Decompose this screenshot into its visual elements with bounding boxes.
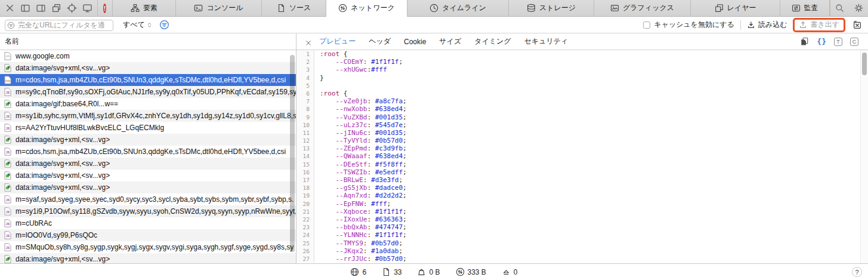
- resource-type-select[interactable]: すべて: [123, 20, 152, 30]
- detach-window-icon[interactable]: [51, 3, 61, 13]
- js-file-icon: JS: [4, 243, 11, 251]
- tab-graphics[interactable]: グラフィックス: [594, 0, 690, 17]
- tab-network[interactable]: ネットワーク: [326, 0, 407, 17]
- tab-audit[interactable]: 監査: [780, 0, 830, 17]
- url-filter-input[interactable]: [5, 20, 113, 31]
- request-name: m=sy1ib,syhc,syrm,VtMfj,sy1df,GRvX4c,znh…: [16, 112, 296, 120]
- detail-tab-タイミング[interactable]: タイミング: [474, 36, 511, 47]
- img-file-icon: [4, 64, 11, 72]
- detail-tab-Cookie[interactable]: Cookie: [404, 38, 426, 46]
- request-row[interactable]: JSrs=AA2YrTtuvHUf8lBLwkBvcELC_LGqECMklg: [0, 122, 296, 134]
- tab-label: ソース: [289, 3, 311, 13]
- request-row[interactable]: JSm=cUbRAc: [0, 217, 296, 229]
- img-file-icon: [4, 183, 11, 192]
- clear-network-items-icon[interactable]: [852, 20, 862, 30]
- css-source-lines: 1:root {2 --COEmY: #1f1f1f;3 --xhUGwc:#f…: [296, 50, 860, 263]
- tab-label: 監査: [804, 3, 818, 13]
- request-row[interactable]: JSm=sy9c,qTnoBf,sy9o,sOXFj,oGtAuc,NJ1rfe…: [0, 86, 296, 98]
- export-har-button[interactable]: 書き出す: [799, 20, 839, 30]
- import-har-button[interactable]: 読み込む: [747, 20, 787, 30]
- url-filter-field: [5, 19, 113, 30]
- status-transfer-icon: 333 B: [456, 267, 486, 276]
- code-line: 24 --YLNNHc: #1f1f1f;: [296, 231, 860, 239]
- request-row[interactable]: JSm=SMquOb,sy8h,sy8g,sygp,sygk,sygj,sygx…: [0, 241, 296, 253]
- detail-tab-サイズ[interactable]: サイズ: [439, 36, 461, 47]
- pretty-print-icon[interactable]: {}: [817, 37, 826, 46]
- annotation-highlight-box: 書き出す: [793, 18, 845, 32]
- search-icon[interactable]: [835, 4, 844, 13]
- detail-tab-ヘッダ[interactable]: ヘッダ: [369, 36, 391, 47]
- tab-console[interactable]: コンソール: [175, 0, 261, 17]
- line-content: --TSWZIb: #e5edff;: [314, 168, 407, 176]
- line-content: --Xqboce: #1f1f1f;: [314, 208, 407, 216]
- text-mode-icon[interactable]: T: [834, 38, 842, 46]
- code-line: 21 --Xqboce: #1f1f1f;: [296, 208, 860, 216]
- element-picker-icon[interactable]: [67, 3, 77, 13]
- request-name: m=sy9c,qTnoBf,sy9o,sOXFj,oGtAuc,NJ1rfe,s…: [16, 88, 296, 96]
- resource-type-value: すべて: [123, 20, 145, 30]
- code-scrollbar-thumb[interactable]: [862, 53, 867, 75]
- request-row[interactable]: data:image/svg+xml,<sv...vg>: [0, 253, 296, 263]
- request-name: data:image/svg+xml,<sv...vg>: [16, 255, 110, 263]
- weight-icon: [417, 267, 426, 276]
- request-row[interactable]: <>www.google.com: [0, 50, 296, 62]
- line-number: 8: [296, 105, 314, 113]
- tab-sources[interactable]: ソース: [261, 0, 326, 17]
- tab-layers[interactable]: レイヤー: [690, 0, 780, 17]
- main-content: 名前 <>www.google.comdata:image/svg+xml,<s…: [0, 33, 868, 263]
- request-row[interactable]: JSm=cdos,hsm,jsa,mb4ZUb,cEt90b,SNUn3,qdd…: [0, 146, 296, 158]
- dock-bottom-icon[interactable]: [36, 3, 46, 13]
- line-content: --nwXobb: #638ed4;: [314, 105, 407, 113]
- request-name: m=cdos,hsm,jsa,mb4ZUb,cEt90b,SNUn3,qddgK…: [16, 147, 286, 156]
- request-row[interactable]: data:image/svg+xml,<sv...vg>: [0, 134, 296, 146]
- close-inspector-icon[interactable]: [5, 3, 15, 13]
- js-file-icon: JS: [4, 147, 11, 156]
- content-mode-icon[interactable]: C: [850, 38, 858, 46]
- request-row[interactable]: cssm=cdos,hsm,jsa,mb4ZUb,cEt90b,SNUn3,qd…: [0, 74, 296, 86]
- request-row[interactable]: data:image/svg+xml,<sv...vg>: [0, 170, 296, 181]
- request-row[interactable]: data:image/gif;base64,R0l...w==: [0, 98, 296, 110]
- line-number: 2: [296, 58, 314, 66]
- settings-gear-icon[interactable]: [854, 4, 863, 13]
- tab-storage[interactable]: ストレージ: [508, 0, 594, 17]
- svg-text:<>: <>: [5, 54, 10, 58]
- status-page-icon: 33: [382, 267, 401, 276]
- close-detail-icon[interactable]: [305, 38, 312, 45]
- request-name: m=syaf,syad,syeg,syee,syec,syd0,sycy,syc…: [16, 195, 294, 204]
- help-button[interactable]: ?: [852, 267, 862, 277]
- request-name: data:image/svg+xml,<sv...vg>: [16, 183, 110, 192]
- active-filter-toggle-icon[interactable]: [159, 20, 169, 30]
- requests-scrollbar[interactable]: [290, 55, 295, 252]
- request-row[interactable]: JSm=sy1i9,P10Owf,sy118,gSZvdb,syyw,syyu,…: [0, 205, 296, 217]
- line-number: 24: [296, 231, 314, 239]
- code-line: 7 --vZe0jb: #a8c7fa;: [296, 97, 860, 105]
- detail-tab-プレビュー[interactable]: プレビュー: [319, 36, 356, 47]
- detail-tab-セキュリティ[interactable]: セキュリティ: [524, 36, 569, 47]
- copy-icon[interactable]: [800, 37, 809, 46]
- line-content: --JKqx2: #1a0dab;: [314, 247, 403, 255]
- tab-elements[interactable]: 要素: [112, 0, 175, 17]
- disable-cache-checkbox[interactable]: [643, 21, 650, 29]
- request-row[interactable]: data:image/svg+xml,<sv...vg>: [0, 62, 296, 74]
- inspector-tabs: 要素コンソールソースネットワークタイムラインストレージグラフィックスレイヤー監査: [112, 0, 830, 17]
- code-line: 26 --JKqx2: #1a0dab;: [296, 247, 860, 255]
- line-content: --BRLwE: #d3e3fd;: [314, 176, 403, 184]
- code-line: 20 --EpFNW: #fff;: [296, 200, 860, 208]
- request-row[interactable]: JSm=lOO0Vd,sy99,P6sQOc: [0, 229, 296, 241]
- line-number: 22: [296, 216, 314, 223]
- img-file-icon: [4, 100, 11, 108]
- dock-side-icon[interactable]: [20, 3, 30, 13]
- html-file-icon: <>: [4, 52, 11, 60]
- device-settings-icon[interactable]: [82, 3, 92, 13]
- request-row[interactable]: JSm=sy1ib,syhc,syrm,VtMfj,sy1df,GRvX4c,z…: [0, 110, 296, 122]
- line-number: 18: [296, 184, 314, 192]
- name-column-header[interactable]: 名前: [0, 33, 296, 50]
- line-number: 12: [296, 137, 314, 144]
- line-content: --jINu6c: #001d35;: [314, 129, 407, 137]
- tab-timelines[interactable]: タイムライン: [407, 0, 508, 17]
- error-badge[interactable]: !: [103, 4, 106, 13]
- request-row[interactable]: JSm=syaf,syad,syeg,syee,syec,syd0,sycy,s…: [0, 193, 296, 205]
- request-row[interactable]: data:image/svg+xml,<sv...vg>: [0, 181, 296, 193]
- request-row[interactable]: data:image/svg+xml,<sv...vg>: [0, 158, 296, 170]
- disable-cache-toggle[interactable]: キャッシュを無効にする: [643, 20, 734, 30]
